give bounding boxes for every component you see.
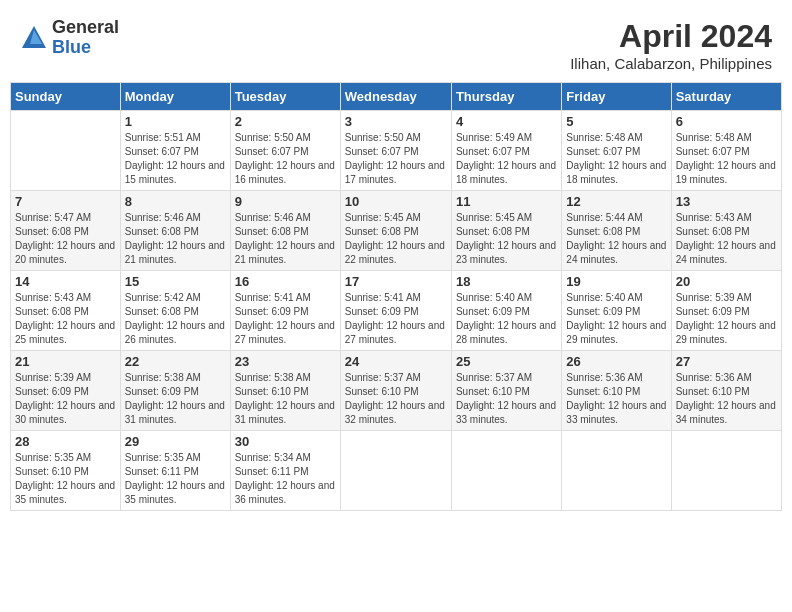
logo-general: General xyxy=(52,18,119,38)
day-info: Sunrise: 5:38 AMSunset: 6:10 PMDaylight:… xyxy=(235,371,336,427)
day-info: Sunrise: 5:37 AMSunset: 6:10 PMDaylight:… xyxy=(456,371,557,427)
calendar-cell: 14 Sunrise: 5:43 AMSunset: 6:08 PMDaylig… xyxy=(11,271,121,351)
day-info: Sunrise: 5:34 AMSunset: 6:11 PMDaylight:… xyxy=(235,451,336,507)
month-title: April 2024 xyxy=(570,18,772,55)
day-number: 23 xyxy=(235,354,336,369)
calendar-cell: 25 Sunrise: 5:37 AMSunset: 6:10 PMDaylig… xyxy=(451,351,561,431)
calendar-cell: 19 Sunrise: 5:40 AMSunset: 6:09 PMDaylig… xyxy=(562,271,671,351)
calendar-cell: 17 Sunrise: 5:41 AMSunset: 6:09 PMDaylig… xyxy=(340,271,451,351)
day-number: 21 xyxy=(15,354,116,369)
calendar-cell: 2 Sunrise: 5:50 AMSunset: 6:07 PMDayligh… xyxy=(230,111,340,191)
logo-blue: Blue xyxy=(52,38,119,58)
day-info: Sunrise: 5:42 AMSunset: 6:08 PMDaylight:… xyxy=(125,291,226,347)
calendar-week-row: 21 Sunrise: 5:39 AMSunset: 6:09 PMDaylig… xyxy=(11,351,782,431)
day-of-week-header: Thursday xyxy=(451,83,561,111)
day-number: 8 xyxy=(125,194,226,209)
day-info: Sunrise: 5:44 AMSunset: 6:08 PMDaylight:… xyxy=(566,211,666,267)
day-of-week-header: Tuesday xyxy=(230,83,340,111)
day-number: 1 xyxy=(125,114,226,129)
calendar-cell: 9 Sunrise: 5:46 AMSunset: 6:08 PMDayligh… xyxy=(230,191,340,271)
day-info: Sunrise: 5:47 AMSunset: 6:08 PMDaylight:… xyxy=(15,211,116,267)
day-info: Sunrise: 5:36 AMSunset: 6:10 PMDaylight:… xyxy=(676,371,777,427)
header: General Blue April 2024 Ilihan, Calabarz… xyxy=(10,10,782,76)
day-number: 22 xyxy=(125,354,226,369)
day-info: Sunrise: 5:43 AMSunset: 6:08 PMDaylight:… xyxy=(676,211,777,267)
day-info: Sunrise: 5:35 AMSunset: 6:11 PMDaylight:… xyxy=(125,451,226,507)
calendar-cell: 13 Sunrise: 5:43 AMSunset: 6:08 PMDaylig… xyxy=(671,191,781,271)
day-number: 17 xyxy=(345,274,447,289)
day-number: 25 xyxy=(456,354,557,369)
calendar-week-row: 28 Sunrise: 5:35 AMSunset: 6:10 PMDaylig… xyxy=(11,431,782,511)
calendar-cell xyxy=(11,111,121,191)
day-info: Sunrise: 5:41 AMSunset: 6:09 PMDaylight:… xyxy=(345,291,447,347)
day-number: 26 xyxy=(566,354,666,369)
day-number: 4 xyxy=(456,114,557,129)
day-number: 5 xyxy=(566,114,666,129)
day-number: 7 xyxy=(15,194,116,209)
calendar-cell: 7 Sunrise: 5:47 AMSunset: 6:08 PMDayligh… xyxy=(11,191,121,271)
day-info: Sunrise: 5:43 AMSunset: 6:08 PMDaylight:… xyxy=(15,291,116,347)
day-number: 6 xyxy=(676,114,777,129)
day-number: 18 xyxy=(456,274,557,289)
calendar-cell: 22 Sunrise: 5:38 AMSunset: 6:09 PMDaylig… xyxy=(120,351,230,431)
day-number: 15 xyxy=(125,274,226,289)
calendar-cell: 28 Sunrise: 5:35 AMSunset: 6:10 PMDaylig… xyxy=(11,431,121,511)
calendar-cell: 23 Sunrise: 5:38 AMSunset: 6:10 PMDaylig… xyxy=(230,351,340,431)
logo-icon xyxy=(20,24,48,52)
day-of-week-header: Monday xyxy=(120,83,230,111)
day-info: Sunrise: 5:46 AMSunset: 6:08 PMDaylight:… xyxy=(125,211,226,267)
calendar-cell: 11 Sunrise: 5:45 AMSunset: 6:08 PMDaylig… xyxy=(451,191,561,271)
day-info: Sunrise: 5:35 AMSunset: 6:10 PMDaylight:… xyxy=(15,451,116,507)
day-of-week-header: Friday xyxy=(562,83,671,111)
calendar-cell xyxy=(671,431,781,511)
day-of-week-header: Sunday xyxy=(11,83,121,111)
day-number: 20 xyxy=(676,274,777,289)
calendar-cell xyxy=(562,431,671,511)
calendar-cell: 12 Sunrise: 5:44 AMSunset: 6:08 PMDaylig… xyxy=(562,191,671,271)
logo: General Blue xyxy=(20,18,119,58)
calendar-cell: 30 Sunrise: 5:34 AMSunset: 6:11 PMDaylig… xyxy=(230,431,340,511)
calendar-cell: 5 Sunrise: 5:48 AMSunset: 6:07 PMDayligh… xyxy=(562,111,671,191)
day-number: 30 xyxy=(235,434,336,449)
calendar-cell xyxy=(340,431,451,511)
day-number: 29 xyxy=(125,434,226,449)
day-number: 10 xyxy=(345,194,447,209)
calendar-cell: 1 Sunrise: 5:51 AMSunset: 6:07 PMDayligh… xyxy=(120,111,230,191)
day-number: 28 xyxy=(15,434,116,449)
day-info: Sunrise: 5:39 AMSunset: 6:09 PMDaylight:… xyxy=(676,291,777,347)
day-info: Sunrise: 5:45 AMSunset: 6:08 PMDaylight:… xyxy=(456,211,557,267)
day-info: Sunrise: 5:46 AMSunset: 6:08 PMDaylight:… xyxy=(235,211,336,267)
day-of-week-header: Saturday xyxy=(671,83,781,111)
day-number: 19 xyxy=(566,274,666,289)
day-info: Sunrise: 5:49 AMSunset: 6:07 PMDaylight:… xyxy=(456,131,557,187)
calendar-cell: 20 Sunrise: 5:39 AMSunset: 6:09 PMDaylig… xyxy=(671,271,781,351)
calendar-week-row: 1 Sunrise: 5:51 AMSunset: 6:07 PMDayligh… xyxy=(11,111,782,191)
day-info: Sunrise: 5:41 AMSunset: 6:09 PMDaylight:… xyxy=(235,291,336,347)
day-number: 11 xyxy=(456,194,557,209)
day-number: 27 xyxy=(676,354,777,369)
day-info: Sunrise: 5:40 AMSunset: 6:09 PMDaylight:… xyxy=(566,291,666,347)
day-number: 13 xyxy=(676,194,777,209)
calendar: SundayMondayTuesdayWednesdayThursdayFrid… xyxy=(10,82,782,511)
day-of-week-header: Wednesday xyxy=(340,83,451,111)
day-number: 14 xyxy=(15,274,116,289)
day-info: Sunrise: 5:45 AMSunset: 6:08 PMDaylight:… xyxy=(345,211,447,267)
day-number: 16 xyxy=(235,274,336,289)
calendar-cell: 3 Sunrise: 5:50 AMSunset: 6:07 PMDayligh… xyxy=(340,111,451,191)
calendar-week-row: 7 Sunrise: 5:47 AMSunset: 6:08 PMDayligh… xyxy=(11,191,782,271)
calendar-cell: 16 Sunrise: 5:41 AMSunset: 6:09 PMDaylig… xyxy=(230,271,340,351)
calendar-week-row: 14 Sunrise: 5:43 AMSunset: 6:08 PMDaylig… xyxy=(11,271,782,351)
day-number: 9 xyxy=(235,194,336,209)
day-info: Sunrise: 5:51 AMSunset: 6:07 PMDaylight:… xyxy=(125,131,226,187)
location-title: Ilihan, Calabarzon, Philippines xyxy=(570,55,772,72)
day-info: Sunrise: 5:50 AMSunset: 6:07 PMDaylight:… xyxy=(345,131,447,187)
day-info: Sunrise: 5:48 AMSunset: 6:07 PMDaylight:… xyxy=(676,131,777,187)
title-area: April 2024 Ilihan, Calabarzon, Philippin… xyxy=(570,18,772,72)
calendar-cell: 18 Sunrise: 5:40 AMSunset: 6:09 PMDaylig… xyxy=(451,271,561,351)
logo-text: General Blue xyxy=(52,18,119,58)
day-info: Sunrise: 5:37 AMSunset: 6:10 PMDaylight:… xyxy=(345,371,447,427)
calendar-cell: 21 Sunrise: 5:39 AMSunset: 6:09 PMDaylig… xyxy=(11,351,121,431)
day-info: Sunrise: 5:36 AMSunset: 6:10 PMDaylight:… xyxy=(566,371,666,427)
day-number: 12 xyxy=(566,194,666,209)
day-info: Sunrise: 5:50 AMSunset: 6:07 PMDaylight:… xyxy=(235,131,336,187)
